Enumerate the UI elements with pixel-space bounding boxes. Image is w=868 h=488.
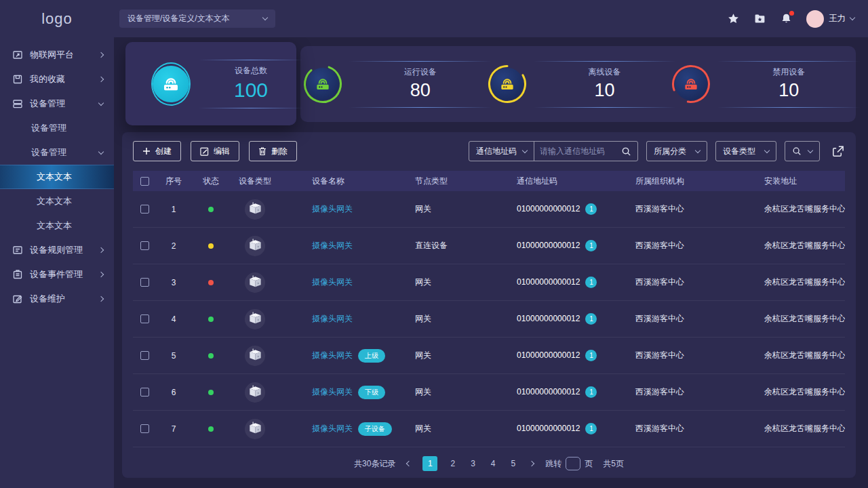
advanced-search-select[interactable] (785, 141, 820, 161)
search-input[interactable] (534, 146, 621, 156)
status-dot (208, 317, 214, 322)
device-name-link[interactable]: 摄像头网关 (312, 313, 353, 325)
comm-address: 01000000000012 (517, 314, 580, 323)
search-icon[interactable] (621, 146, 637, 157)
col-org: 所属组织机构 (635, 176, 764, 187)
row-seq: 6 (156, 388, 191, 397)
page-4[interactable]: 4 (488, 459, 498, 468)
row-checkbox[interactable] (140, 241, 149, 250)
row-checkbox[interactable] (140, 424, 149, 433)
row-checkbox[interactable] (140, 388, 149, 396)
chevron-down-icon (262, 15, 268, 20)
table-row[interactable]: 3 摄像头网关 网关 010000000000121 西溪游客中心 余杭区龙舌嘴… (133, 264, 845, 301)
sidebar-item-device-maintain[interactable]: 设备维护 (0, 287, 114, 311)
breadcrumb-select[interactable]: 设备管理/设备定义/文本文本 (119, 9, 275, 28)
count-badge: 1 (585, 203, 597, 215)
node-type: 网关 (415, 386, 517, 398)
device-name-link[interactable]: 摄像头网关 (312, 277, 353, 288)
create-button[interactable]: 创建 (133, 141, 181, 161)
count-badge: 1 (585, 423, 597, 434)
row-checkbox[interactable] (140, 205, 149, 214)
table-header: 序号 状态 设备类型 设备名称 节点类型 通信地址码 所属组织机构 安装地址 (133, 171, 845, 191)
device-name-link[interactable]: 摄像头网关 (312, 203, 353, 215)
device-mgmt-icon (12, 98, 23, 109)
sidebar-leaf-text-2[interactable]: 文本文本 (0, 189, 114, 214)
search-combo: 通信地址码 (469, 141, 638, 161)
page-2[interactable]: 2 (448, 459, 458, 468)
status-dot (208, 280, 214, 285)
page-1[interactable]: 1 (422, 456, 437, 471)
row-checkbox[interactable] (140, 278, 149, 287)
col-seq: 序号 (156, 176, 191, 187)
col-install-address: 安装地址 (764, 176, 845, 187)
stat-value: 10 (540, 80, 669, 101)
search-field-select[interactable]: 通信地址码 (469, 142, 534, 161)
favorite-star-icon[interactable] (727, 12, 740, 25)
device-box-icon (245, 309, 265, 329)
table-row[interactable]: 1 摄像头网关 网关 010000000000121 西溪游客中心 余杭区龙舌嘴… (133, 191, 845, 228)
row-checkbox[interactable] (140, 314, 149, 323)
comm-address: 01000000000012 (517, 387, 580, 396)
device-name-link[interactable]: 摄像头网关 (312, 350, 353, 361)
user-name: 王力 (829, 13, 846, 24)
user-menu[interactable]: 王力 (806, 10, 854, 28)
sidebar-subitem-device-mgmt-1[interactable]: 设备管理 (0, 116, 114, 140)
count-badge: 1 (585, 277, 597, 288)
device-name-link[interactable]: 摄像头网关 (312, 240, 353, 251)
table-row[interactable]: 2 摄像头网关 直连设备 010000000000121 西溪游客中心 余杭区龙… (133, 228, 845, 264)
org-name: 西溪游客中心 (635, 240, 764, 251)
sidebar-item-device-events[interactable]: 设备事件管理 (0, 262, 114, 287)
table-row[interactable]: 5 摄像头网关上级 网关 010000000000121 西溪游客中心 余杭区龙… (133, 338, 845, 374)
prev-page-icon[interactable] (406, 462, 412, 466)
export-icon[interactable] (831, 144, 845, 159)
row-seq: 1 (156, 205, 191, 214)
device-box-icon (245, 382, 265, 403)
page-3[interactable]: 3 (468, 459, 478, 468)
device-type-select[interactable]: 设备类型 (715, 141, 776, 161)
sidebar-item-iot-platform[interactable]: 物联网平台 (0, 43, 114, 67)
device-box-icon (245, 346, 265, 366)
next-page-icon[interactable] (528, 462, 535, 466)
device-name-link[interactable]: 摄像头网关 (312, 423, 353, 434)
device-box-icon (245, 272, 265, 293)
sidebar-leaf-text-3[interactable]: 文本文本 (0, 214, 114, 238)
sidebar-item-device-mgmt[interactable]: 设备管理 (0, 92, 114, 116)
table-row[interactable]: 6 摄像头网关下级 网关 010000000000121 西溪游客中心 余杭区龙… (133, 374, 845, 411)
node-type: 网关 (415, 350, 517, 361)
select-all-checkbox[interactable] (140, 177, 149, 186)
install-address: 余杭区龙舌嘴服务中心... (764, 240, 845, 251)
table-row[interactable]: 7 摄像头网关子设备 网关 010000000000121 西溪游客中心 余杭区… (133, 411, 845, 447)
chevron-right-icon (98, 272, 104, 277)
row-seq: 3 (156, 278, 191, 287)
install-address: 余杭区龙舌嘴服务中心... (764, 423, 845, 434)
router-ring-icon (303, 64, 342, 104)
install-address: 余杭区龙舌嘴服务中心... (764, 313, 845, 325)
status-dot (208, 426, 214, 432)
page-5[interactable]: 5 (509, 459, 519, 468)
table-row[interactable]: 4 摄像头网关 网关 010000000000121 西溪游客中心 余杭区龙舌嘴… (133, 301, 845, 338)
device-table-panel: 创建 编辑 删除 通信地址码 (122, 132, 856, 478)
sidebar-leaf-text-active[interactable]: 文本文本 (0, 165, 114, 189)
jump-page-input[interactable] (566, 457, 580, 470)
install-address: 余杭区龙舌嘴服务中心... (764, 386, 845, 398)
device-name-link[interactable]: 摄像头网关 (312, 386, 353, 398)
notification-dot (789, 11, 794, 16)
delete-button[interactable]: 删除 (249, 141, 297, 161)
edit-button[interactable]: 编辑 (191, 141, 239, 161)
sidebar-item-favorites[interactable]: 我的收藏 (0, 67, 114, 92)
row-seq: 7 (156, 424, 191, 434)
chevron-down-icon (98, 100, 104, 105)
device-events-icon (12, 269, 23, 280)
stat-card-disabled-devices: 禁用设备 10 (671, 61, 853, 108)
notification-bell-icon[interactable] (780, 12, 793, 25)
category-select[interactable]: 所属分类 (646, 141, 707, 161)
sidebar-item-device-rules[interactable]: 设备规则管理 (0, 238, 114, 262)
count-badge: 1 (585, 313, 597, 325)
node-type: 网关 (415, 203, 517, 215)
sidebar-subitem-device-mgmt-2[interactable]: 设备管理 (0, 140, 114, 165)
stat-card-total-devices: 设备总数 100 (125, 42, 296, 125)
collection-folder-icon[interactable] (753, 12, 766, 25)
row-checkbox[interactable] (140, 351, 149, 360)
favorites-icon (12, 74, 23, 85)
node-type: 网关 (415, 423, 517, 434)
